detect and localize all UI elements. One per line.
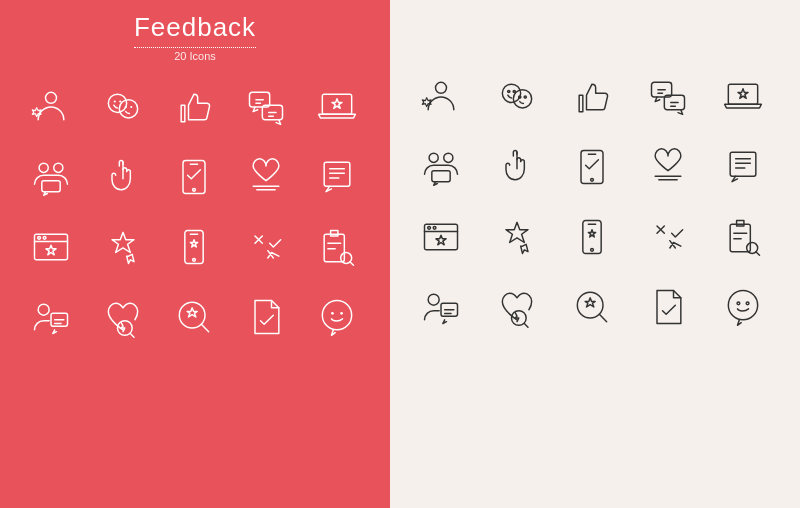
- icon-group-chat: [18, 144, 84, 210]
- icon-document-check: [233, 284, 299, 350]
- svg-point-6: [130, 106, 132, 108]
- icon-r-smiley-speech: [710, 274, 776, 340]
- svg-point-28: [331, 312, 334, 315]
- icon-cross-check: [233, 214, 299, 280]
- icon-heart-broken: [90, 284, 156, 350]
- svg-point-29: [341, 312, 344, 315]
- svg-point-3: [113, 100, 115, 102]
- icon-r-browser-star: [408, 204, 474, 270]
- icon-r-heart-hand: [635, 134, 701, 200]
- svg-point-31: [502, 84, 520, 102]
- icon-magnify-star: [161, 284, 227, 350]
- svg-point-50: [591, 248, 594, 251]
- icon-r-person-speech: [408, 274, 474, 340]
- svg-point-48: [433, 226, 436, 229]
- icon-laptop-star: [304, 74, 370, 140]
- icon-r-cross-check: [635, 204, 701, 270]
- icon-r-thumbs-up: [559, 64, 625, 130]
- svg-point-33: [507, 90, 509, 92]
- svg-point-27: [323, 301, 352, 330]
- icon-r-clipboard-search: [710, 204, 776, 270]
- right-panel: [390, 0, 800, 508]
- svg-point-0: [46, 92, 57, 103]
- icon-r-person-stars: [408, 64, 474, 130]
- svg-point-32: [513, 90, 531, 108]
- icon-r-chat-bubbles: [635, 64, 701, 130]
- left-panel: Feedback 20 Icons: [0, 0, 390, 508]
- icon-r-document-check: [635, 274, 701, 340]
- svg-point-1: [108, 94, 126, 112]
- icon-phone-star: [161, 214, 227, 280]
- svg-point-20: [193, 258, 196, 261]
- svg-point-59: [747, 302, 750, 305]
- svg-rect-42: [432, 171, 450, 182]
- subtitle: 20 Icons: [134, 50, 256, 62]
- svg-point-23: [38, 304, 49, 315]
- icon-r-face-emotions: [484, 64, 550, 130]
- icon-text-lines: [304, 144, 370, 210]
- svg-rect-9: [323, 94, 352, 114]
- icon-r-text-lines: [710, 134, 776, 200]
- svg-point-30: [436, 82, 447, 93]
- icon-phone-check: [161, 144, 227, 210]
- svg-point-36: [524, 96, 526, 98]
- svg-rect-12: [42, 181, 60, 192]
- icon-chat-bubbles: [233, 74, 299, 140]
- svg-point-44: [591, 178, 594, 181]
- svg-point-17: [38, 236, 41, 239]
- svg-point-18: [43, 236, 46, 239]
- icon-r-star-tap: [484, 204, 550, 270]
- icon-r-phone-check: [559, 134, 625, 200]
- right-icons-grid: [400, 60, 790, 344]
- svg-rect-39: [729, 84, 758, 104]
- icon-thumbs-up: [161, 74, 227, 140]
- title-area: Feedback 20 Icons: [134, 12, 256, 62]
- svg-rect-15: [325, 162, 351, 186]
- icon-smiley-speech: [304, 284, 370, 350]
- icon-clipboard-search: [304, 214, 370, 280]
- icon-person-stars: [18, 74, 84, 140]
- svg-point-2: [119, 100, 137, 118]
- icon-r-pointing-hand: [484, 134, 550, 200]
- svg-point-10: [39, 163, 48, 172]
- icon-r-phone-star: [559, 204, 625, 270]
- svg-point-34: [513, 90, 515, 92]
- page-title: Feedback: [134, 12, 256, 48]
- svg-point-47: [428, 226, 431, 229]
- svg-point-53: [428, 294, 439, 305]
- icon-r-magnify-star: [559, 274, 625, 340]
- svg-point-58: [737, 302, 740, 305]
- icon-browser-star: [18, 214, 84, 280]
- icon-star-tap: [90, 214, 156, 280]
- icon-r-group-chat: [408, 134, 474, 200]
- svg-point-40: [429, 153, 438, 162]
- icon-r-heart-broken: [484, 274, 550, 340]
- svg-rect-45: [731, 152, 757, 176]
- svg-point-11: [54, 163, 63, 172]
- icon-face-emotions: [90, 74, 156, 140]
- left-icons-grid: [10, 70, 380, 354]
- svg-point-41: [444, 153, 453, 162]
- svg-point-14: [193, 188, 196, 191]
- icon-pointing-hand: [90, 144, 156, 210]
- icon-heart-hand: [233, 144, 299, 210]
- svg-point-57: [729, 291, 758, 320]
- icon-r-laptop-star: [710, 64, 776, 130]
- svg-point-4: [119, 100, 121, 102]
- svg-point-5: [124, 106, 126, 108]
- icon-person-speech: [18, 284, 84, 350]
